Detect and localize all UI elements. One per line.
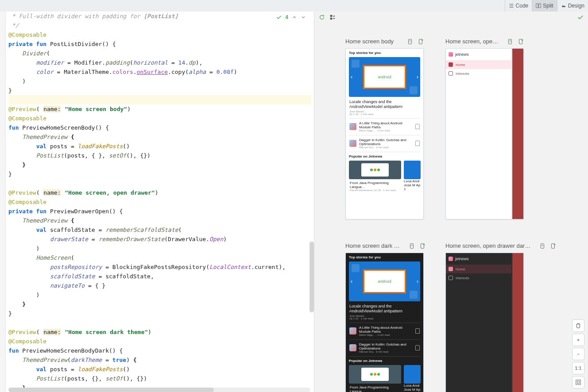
code-line[interactable]: */	[8, 21, 311, 30]
code-line[interactable]: ThemedPreview(darkTheme = true) {	[8, 355, 311, 365]
code-line[interactable]: val posts = loadFakePosts()	[8, 142, 311, 151]
code-line[interactable]: }	[8, 86, 311, 95]
code-line[interactable]: @Composable	[8, 197, 311, 207]
zoom-actual-button[interactable]: 1:1	[572, 362, 584, 374]
code-line[interactable]: val posts = loadFakePosts()	[8, 365, 311, 374]
code-line[interactable]: PostList(posts, { }, setOf(), {})	[8, 151, 311, 160]
code-line[interactable]: drawerState = rememberDrawerState(Drawer…	[8, 234, 311, 244]
preview-grid[interactable]: Home screen body Top stories for you ‹ ›…	[345, 38, 570, 392]
code-line[interactable]: private fun PreviewDrawerOpen() {	[8, 207, 311, 216]
code-line[interactable]: }	[8, 300, 311, 309]
popular-card[interactable]: Loca Andr Jose M Ap 1	[404, 365, 421, 392]
pan-button[interactable]	[572, 319, 584, 332]
drawer-scrim[interactable]	[512, 253, 523, 392]
code-line[interactable]: @Preview( name: "Home screen dark theme"…	[8, 327, 311, 337]
editor-horizontal-scrollbar[interactable]	[8, 388, 310, 392]
deploy-icon[interactable]	[507, 38, 513, 45]
code-line[interactable]: @Preview( name: "Home screen body")	[8, 104, 311, 114]
interactive-icon[interactable]	[418, 38, 424, 45]
hero-image[interactable]: ‹ › android	[349, 261, 420, 301]
post-row[interactable]: A Little Thing about Android Module Path…	[346, 323, 423, 339]
post-title: A Little Thing about Android Module Path…	[359, 326, 413, 334]
code-line[interactable]: }	[8, 160, 311, 169]
drawer-scrim[interactable]	[512, 49, 523, 219]
preview-device[interactable]: Top stories for you ‹ › android Locale c…	[345, 253, 424, 392]
hero-headline[interactable]: Locale changes and the AndroidViewModel …	[346, 97, 423, 110]
code-line[interactable]	[8, 95, 311, 104]
code-view-button[interactable]: Code	[505, 0, 532, 12]
preview-device[interactable]: jetnews HomeInterests	[445, 48, 524, 219]
hero-meta: Jose Skeete…Ap 1 02 · 1 min read	[346, 315, 423, 323]
code-line[interactable]: ThemedPreview {	[8, 216, 311, 225]
chevron-right-icon[interactable]: ›	[417, 278, 418, 284]
code-line[interactable]: )	[8, 77, 311, 86]
drawer-item[interactable]: Interests	[446, 273, 511, 282]
bookmark-icon[interactable]	[415, 328, 420, 334]
code-line[interactable]: HomeScreen(	[8, 253, 311, 262]
code-line[interactable]: @Composable	[8, 337, 311, 346]
scrollbar-thumb[interactable]	[8, 388, 214, 392]
editor-vertical-scrollbar[interactable]	[309, 242, 314, 312]
drawer-item[interactable]: Interests	[446, 69, 511, 78]
code-line[interactable]: )	[8, 244, 311, 253]
bookmark-icon[interactable]	[415, 124, 420, 129]
chevron-left-icon[interactable]: ‹	[351, 74, 352, 80]
zoom-out-button[interactable]: −	[572, 348, 584, 360]
code-line[interactable]: PostList(posts, {}, setOf(), {})	[8, 374, 311, 383]
preview-device[interactable]: Top stories for you ‹ › android Locale c…	[345, 48, 424, 219]
code-line[interactable]: color = MaterialTheme.colors.onSurface.c…	[8, 67, 311, 77]
code-line[interactable]: @Composable	[8, 114, 311, 123]
hero-headline[interactable]: Locale changes and the AndroidViewModel …	[346, 301, 423, 315]
zoom-fit-button[interactable]	[572, 376, 584, 388]
code-line[interactable]: navigateTo = { }	[8, 281, 311, 290]
code-line[interactable]: ThemedPreview {	[8, 132, 311, 142]
code-line[interactable]: }	[8, 309, 311, 318]
hamburger-icon	[509, 3, 514, 8]
code-line[interactable]	[8, 318, 311, 327]
popular-card[interactable]: Loca Andr Jose M Ap 1	[404, 161, 421, 192]
code-line[interactable]: }	[8, 169, 311, 179]
code-line[interactable]	[8, 179, 311, 188]
bookmark-icon[interactable]	[415, 345, 420, 350]
preview-status-ok[interactable]	[577, 14, 584, 22]
code-editor[interactable]: 4 * Full-width divider with padding for …	[6, 12, 314, 392]
preview-device[interactable]: jetnews HomeInterests	[445, 253, 524, 392]
code-line[interactable]: modifier = Modifier.padding(horizontal =…	[8, 58, 311, 67]
drawer-item[interactable]: Home	[446, 60, 511, 69]
code-line[interactable]: )	[8, 290, 311, 300]
post-row[interactable]: Dagger in Kotlin: Gotchas and Optimizati…	[346, 340, 423, 356]
interactive-icon[interactable]	[419, 243, 426, 249]
code-line[interactable]: scaffoldState = scaffoldState,	[8, 272, 311, 281]
bookmark-icon[interactable]	[415, 141, 420, 146]
chevron-right-icon[interactable]: ›	[417, 74, 418, 80]
popular-card[interactable]: From Java Programming Langua… Florina Mu…	[349, 161, 401, 192]
interactive-icon[interactable]	[550, 243, 556, 249]
split-view-button[interactable]: Split	[532, 0, 557, 12]
design-view-button[interactable]: Design	[557, 0, 588, 12]
code-line[interactable]: @Composable	[8, 30, 311, 39]
deploy-icon[interactable]	[539, 243, 545, 249]
deploy-icon[interactable]	[407, 38, 413, 45]
refresh-icon[interactable]	[319, 14, 325, 20]
svg-point-11	[522, 39, 523, 41]
code-line[interactable]: postsRepository = BlockingFakePostsRepos…	[8, 262, 311, 272]
zoom-in-button[interactable]: +	[572, 334, 584, 346]
code-line[interactable]: Divider(	[8, 49, 311, 58]
code-line[interactable]: fun PreviewHomeScreenBody() {	[8, 123, 311, 132]
post-row[interactable]: Dagger in Kotlin: Gotchas and Optimizati…	[346, 135, 423, 152]
code-line[interactable]: * Full-width divider with padding for [P…	[8, 12, 311, 21]
post-row[interactable]: A Little Thing about Android Module Path…	[346, 119, 423, 135]
settings-icon[interactable]	[329, 14, 336, 20]
svg-rect-5	[333, 18, 335, 19]
editor-content[interactable]: * Full-width divider with padding for [P…	[6, 12, 314, 392]
interactive-icon[interactable]	[518, 38, 524, 45]
chevron-left-icon[interactable]: ‹	[351, 278, 352, 284]
deploy-icon[interactable]	[409, 243, 415, 249]
code-line[interactable]: fun PreviewHomeScreenBodyDark() {	[8, 346, 311, 355]
code-line[interactable]: @Preview( name: "Home screen, open drawe…	[8, 188, 311, 197]
code-line[interactable]: private fun PostListDivider() {	[8, 39, 311, 49]
code-line[interactable]: val scaffoldState = rememberScaffoldStat…	[8, 225, 311, 234]
drawer-item[interactable]: Home	[446, 265, 511, 273]
popular-card[interactable]: From Java Programming Langua… Florina Mu…	[349, 365, 401, 392]
hero-image[interactable]: ‹ › android	[349, 57, 420, 97]
